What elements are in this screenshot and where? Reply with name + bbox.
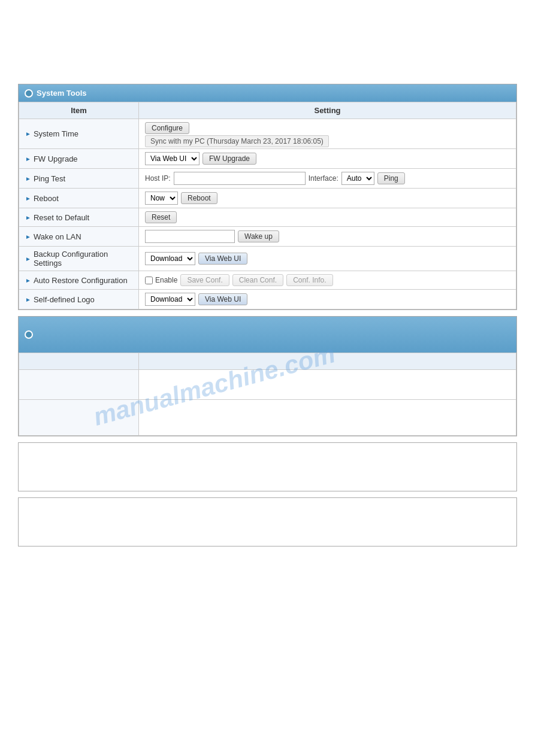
system-tools-table: Item Setting ► System Time [19, 102, 516, 309]
reset-button[interactable]: Reset [145, 211, 177, 223]
header-icon-2 [25, 330, 33, 339]
sync-text: Sync with my PC (Thursday March 23, 2017… [145, 135, 329, 147]
fw-upgrade-select[interactable]: Via Web UI [145, 152, 200, 165]
row-label-reset: ► Reset to Default [19, 208, 139, 227]
ping-button[interactable]: Ping [377, 172, 405, 184]
arrow-icon: ► [25, 156, 31, 162]
enable-checkbox[interactable] [145, 277, 153, 284]
arrow-icon: ► [25, 277, 31, 284]
clean-conf-button[interactable]: Clean Conf. [232, 274, 283, 286]
reset-setting: Reset [139, 208, 516, 227]
col-item: Item [19, 102, 139, 119]
reboot-button[interactable]: Reboot [181, 192, 217, 204]
table-row: ► Auto Restore Configuration Enable Save… [19, 271, 516, 290]
interface-label: Interface: [309, 174, 338, 183]
row-label-fw-upgrade: ► FW Upgrade [19, 149, 139, 169]
second-col-setting [139, 353, 516, 370]
wake-on-lan-setting: Wake up [139, 227, 516, 247]
table-row: ► System Time Configure Sync with my PC … [19, 119, 516, 149]
wake-up-button[interactable]: Wake up [238, 230, 279, 242]
table-row: ► Wake on LAN Wake up [19, 227, 516, 247]
arrow-icon: ► [25, 175, 31, 182]
enable-label: Enable [155, 276, 177, 284]
col-setting: Setting [139, 102, 516, 119]
configure-button[interactable]: Configure [145, 122, 189, 134]
header-icon [25, 89, 33, 98]
wake-on-lan-input[interactable] [145, 230, 235, 243]
arrow-icon: ► [25, 233, 31, 240]
arrow-icon: ► [25, 296, 31, 303]
auto-restore-setting: Enable Save Conf. Clean Conf. Conf. Info… [139, 271, 516, 290]
system-tools-title: System Tools [37, 89, 87, 98]
row-label-system-time: ► System Time [19, 119, 139, 149]
table-row: ► Ping Test Host IP: Interface: Auto [19, 169, 516, 189]
backup-download-select[interactable]: Download [145, 252, 195, 265]
backup-config-setting: Download Via Web UI [139, 247, 516, 271]
arrow-icon: ► [25, 256, 31, 262]
interface-select[interactable]: Auto [341, 172, 374, 185]
table-row: ► FW Upgrade Via Web UI FW Upgrade [19, 149, 516, 169]
row-label-wake-on-lan: ► Wake on LAN [19, 227, 139, 247]
save-conf-button[interactable]: Save Conf. [180, 274, 229, 286]
second-table [19, 353, 516, 436]
reboot-setting: Now Reboot [139, 189, 516, 208]
system-tools-container: System Tools Item Setting ► System Time [18, 84, 517, 310]
row-label-backup-config: ► Backup ConfigurationSettings [19, 247, 139, 271]
system-tools-header: System Tools [19, 84, 516, 102]
table-row: ► Reset to Default Reset [19, 208, 516, 227]
second-table-header [19, 317, 516, 353]
row-label-self-defined-logo: ► Self-defined Logo [19, 290, 139, 309]
table-row: ► Reboot Now Reboot [19, 189, 516, 208]
backup-via-web-ui-button[interactable]: Via Web UI [198, 253, 247, 265]
reboot-select[interactable]: Now [145, 192, 178, 205]
conf-info-button[interactable]: Conf. Info. [286, 274, 333, 286]
fw-upgrade-button[interactable]: FW Upgrade [202, 153, 256, 165]
arrow-icon: ► [25, 195, 31, 202]
table-row [19, 370, 516, 400]
ping-test-setting: Host IP: Interface: Auto Ping [139, 169, 516, 189]
second-table-container [18, 316, 517, 436]
logo-download-select[interactable]: Download [145, 293, 195, 306]
table-row: ► Self-defined Logo Download Via Web UI [19, 290, 516, 309]
arrow-icon: ► [25, 214, 31, 221]
row-label-ping-test: ► Ping Test [19, 169, 139, 189]
second-col-item [19, 353, 139, 370]
fw-upgrade-setting: Via Web UI FW Upgrade [139, 149, 516, 169]
table-row: ► Backup ConfigurationSettings Download … [19, 247, 516, 271]
table-row [19, 400, 516, 436]
host-ip-input[interactable] [174, 172, 306, 185]
logo-via-web-ui-button[interactable]: Via Web UI [198, 293, 247, 305]
arrow-icon: ► [25, 130, 31, 137]
self-defined-logo-setting: Download Via Web UI [139, 290, 516, 309]
third-section-body [19, 443, 516, 491]
third-section [18, 442, 517, 491]
fourth-section-body [19, 498, 516, 546]
second-table-title [37, 330, 39, 339]
row-label-reboot: ► Reboot [19, 189, 139, 208]
system-time-setting: Configure Sync with my PC (Thursday Marc… [139, 119, 516, 149]
fourth-section [18, 497, 517, 546]
host-ip-label: Host IP: [145, 174, 171, 183]
row-label-auto-restore: ► Auto Restore Configuration [19, 271, 139, 290]
